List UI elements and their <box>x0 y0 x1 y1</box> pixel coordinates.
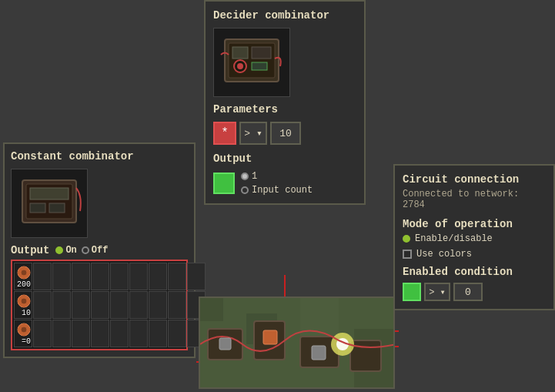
svg-rect-9 <box>252 47 271 59</box>
svg-rect-27 <box>22 304 25 307</box>
svg-rect-48 <box>263 330 277 344</box>
grid-cell-1-0[interactable]: 10 <box>14 291 32 319</box>
grid-cell-0-1[interactable] <box>33 263 52 290</box>
grid-cell-0-9[interactable] <box>187 263 206 290</box>
grid-cell-1-2[interactable] <box>52 291 71 319</box>
decider-title: Decider combinator <box>213 9 356 22</box>
signal-count: 1 <box>241 171 313 182</box>
output-grid: 200 10 <box>11 260 188 350</box>
output-title: Output <box>213 152 356 165</box>
input-count-row: Input count <box>241 185 313 196</box>
enabled-color-box <box>403 283 421 301</box>
grid-cell-1-6[interactable] <box>129 291 148 319</box>
svg-point-11 <box>237 63 243 69</box>
svg-rect-47 <box>219 338 231 350</box>
svg-point-19 <box>21 270 27 276</box>
grid-cell-2-8[interactable] <box>168 320 186 347</box>
grid-cell-1-5[interactable] <box>110 291 129 319</box>
svg-rect-28 <box>18 300 21 303</box>
grid-cell-2-2[interactable] <box>52 320 71 347</box>
svg-rect-49 <box>312 346 326 360</box>
svg-rect-20 <box>22 266 25 270</box>
grid-cell-1-4[interactable] <box>91 291 109 319</box>
grid-cell-0-4[interactable] <box>91 263 109 290</box>
network-subtitle: Connected to network: 2784 <box>403 189 546 210</box>
constant-image <box>11 169 88 238</box>
svg-rect-29 <box>27 300 30 303</box>
params-row: * > ▾ 10 <box>213 122 356 145</box>
circuit-title: Circuit connection <box>403 173 546 186</box>
svg-rect-37 <box>200 298 223 321</box>
decider-combinator-panel: Decider combinator Parameters * > ▾ 10 <box>204 0 366 205</box>
on-radio-dot[interactable] <box>55 246 63 254</box>
grid-cell-1-7[interactable] <box>149 291 167 319</box>
svg-rect-33 <box>22 333 25 336</box>
enabled-row: > ▾ 0 <box>403 283 546 301</box>
enable-disable-option[interactable]: Enable/disable <box>403 233 546 244</box>
grid-cell-0-5[interactable] <box>110 263 129 290</box>
param-symbol-btn[interactable]: * <box>213 122 236 145</box>
grid-cell-2-6[interactable] <box>129 320 148 347</box>
on-off-toggle: On Off <box>55 245 108 256</box>
enabled-section: Enabled condition > ▾ 0 <box>403 266 546 301</box>
svg-rect-16 <box>30 203 45 213</box>
grid-cell-0-2[interactable] <box>52 263 71 290</box>
svg-rect-21 <box>22 276 25 279</box>
grid-cell-0-3[interactable] <box>72 263 90 290</box>
output-row: 1 Input count <box>213 171 356 196</box>
svg-rect-12 <box>252 62 267 70</box>
off-radio-dot[interactable] <box>82 246 89 254</box>
mode-title: Mode of operation <box>403 218 546 230</box>
on-radio[interactable]: On <box>55 245 76 256</box>
param-value[interactable]: 10 <box>270 122 301 145</box>
svg-rect-34 <box>18 328 21 331</box>
grid-cell-0-8[interactable] <box>168 263 186 290</box>
grid-cell-1-3[interactable] <box>72 291 90 319</box>
svg-rect-32 <box>22 323 25 327</box>
svg-rect-35 <box>27 328 30 331</box>
svg-rect-15 <box>30 188 69 199</box>
svg-rect-26 <box>22 295 25 298</box>
params-title: Parameters <box>213 103 356 116</box>
decider-image <box>213 28 290 97</box>
grid-cell-0-0[interactable]: 200 <box>14 263 32 290</box>
svg-rect-23 <box>27 271 30 274</box>
output-color-box <box>213 173 235 194</box>
off-radio[interactable]: Off <box>82 245 109 256</box>
svg-rect-44 <box>350 340 381 371</box>
constant-combinator-panel: Constant combinator Output On Off <box>3 142 196 358</box>
game-map <box>199 297 395 389</box>
input-count-label: Input count <box>252 185 313 196</box>
grid-cell-0-7[interactable] <box>149 263 167 290</box>
svg-rect-17 <box>49 203 65 213</box>
use-colors-checkbox[interactable] <box>403 250 412 259</box>
grid-cell-0-6[interactable] <box>129 263 148 290</box>
enable-disable-radio[interactable] <box>403 235 410 243</box>
svg-rect-22 <box>18 271 21 274</box>
enabled-value[interactable]: 0 <box>453 283 483 301</box>
grid-cell-1-1[interactable] <box>33 291 52 319</box>
enable-disable-label: Enable/disable <box>415 233 493 244</box>
input-count-radio[interactable] <box>241 186 249 194</box>
constant-title: Constant combinator <box>11 150 188 162</box>
grid-cell-2-1[interactable] <box>33 320 52 347</box>
output-signal-info: 1 Input count <box>241 171 313 196</box>
use-colors-option[interactable]: Use colors <box>403 249 546 260</box>
grid-cell-2-5[interactable] <box>110 320 129 347</box>
mode-section: Mode of operation Enable/disable Use col… <box>403 218 546 260</box>
grid-cell-2-7[interactable] <box>149 320 167 347</box>
circuit-connection-panel: Circuit connection Connected to network:… <box>393 164 555 310</box>
count-radio[interactable] <box>241 173 249 180</box>
grid-cell-1-8[interactable] <box>168 291 186 319</box>
grid-cell-2-4[interactable] <box>91 320 109 347</box>
enabled-compare-dropdown[interactable]: > ▾ <box>424 283 450 301</box>
svg-point-25 <box>21 298 27 304</box>
svg-rect-8 <box>232 47 248 59</box>
param-compare-dropdown[interactable]: > ▾ <box>239 122 267 145</box>
use-colors-label: Use colors <box>416 249 472 260</box>
output-section-label: Output On Off <box>11 244 188 256</box>
grid-cell-2-0[interactable]: =0 <box>14 320 32 347</box>
grid-cell-2-3[interactable] <box>72 320 90 347</box>
enabled-condition-title: Enabled condition <box>403 266 546 278</box>
svg-point-31 <box>21 327 27 333</box>
